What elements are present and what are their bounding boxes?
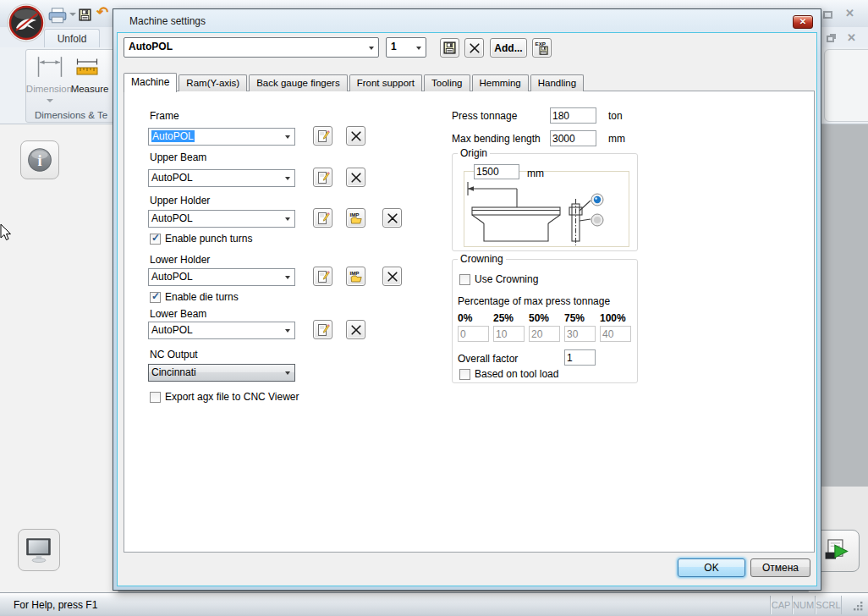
crowning-50-input[interactable] — [529, 326, 560, 342]
press-tonnage-input[interactable] — [550, 107, 596, 124]
lower-holder-label: Lower Holder — [150, 254, 210, 266]
origin-side-radio-bottom[interactable] — [591, 214, 603, 226]
delete-icon — [349, 129, 363, 143]
caps-lock-indicator: CAP — [770, 596, 791, 614]
close-icon[interactable]: ✕ — [845, 8, 854, 19]
upper-beam-label: Upper Beam — [150, 151, 206, 163]
dialog-close-button[interactable]: ✕ — [793, 15, 813, 29]
max-bending-length-input[interactable] — [550, 130, 596, 146]
dialog-title: Machine settings — [129, 15, 206, 27]
delete-icon — [386, 212, 399, 225]
undo-icon[interactable]: ↶ — [96, 3, 108, 21]
use-crowning-label: Use Crowning — [475, 273, 538, 285]
num-lock-indicator: NUM — [792, 596, 814, 614]
upper-holder-combo[interactable]: AutoPOL — [148, 210, 295, 228]
machine-select-combo[interactable]: AutoPOL — [124, 37, 379, 58]
save-machine-button[interactable] — [440, 38, 459, 58]
export-machine-button[interactable]: EXP — [532, 38, 552, 58]
crowning-25-input[interactable] — [493, 326, 525, 342]
press-tonnage-unit: ton — [608, 110, 623, 122]
ribbon-right-group — [824, 49, 868, 122]
tab-front-support[interactable]: Front support — [349, 74, 422, 91]
pct-0-label: 0% — [458, 312, 472, 324]
upper-beam-combo[interactable]: AutoPOL — [148, 169, 295, 187]
lower-beam-combo-value: AutoPOL — [149, 322, 281, 338]
edit-icon — [316, 270, 330, 283]
origin-distance-input[interactable] — [474, 164, 519, 179]
overall-factor-label: Overall factor — [458, 353, 518, 365]
delete-icon — [468, 41, 481, 55]
tab-hemming[interactable]: Hemming — [472, 74, 529, 91]
child-close-icon[interactable]: ✕ — [847, 32, 856, 44]
monitor-button[interactable] — [18, 529, 60, 571]
origin-side-radio-top[interactable] — [591, 194, 603, 206]
origin-group-label: Origin — [458, 147, 490, 159]
scroll-lock-indicator: SCRL — [815, 596, 842, 614]
machine-index-combo[interactable]: 1 — [386, 37, 426, 58]
frame-combo[interactable]: AutoPOL — [148, 128, 295, 146]
status-bar: For Help, press F1 CAP NUM SCRL — [0, 592, 868, 616]
tab-machine[interactable]: Machine — [124, 73, 177, 92]
tab-tooling[interactable]: Tooling — [424, 74, 470, 91]
info-button[interactable] — [20, 140, 59, 179]
checkbox-box — [459, 274, 470, 285]
delete-icon — [349, 323, 363, 337]
save-icon[interactable] — [78, 8, 92, 22]
checkbox-box — [150, 234, 161, 245]
upper-beam-delete-button[interactable] — [346, 168, 365, 187]
crowning-0-input[interactable] — [458, 326, 489, 342]
app-logo-icon[interactable] — [6, 3, 47, 43]
ok-button[interactable]: OK — [678, 558, 745, 577]
lower-holder-edit-button[interactable] — [313, 267, 332, 286]
printer-icon[interactable] — [47, 7, 68, 24]
frame-edit-button[interactable] — [313, 126, 332, 146]
origin-diagram — [464, 171, 629, 247]
dimension-dropdown-icon[interactable] — [47, 99, 53, 106]
crowning-75-input[interactable] — [564, 326, 596, 342]
upper-beam-edit-button[interactable] — [313, 168, 332, 187]
enable-punch-turns-checkbox[interactable]: Enable punch turns — [150, 233, 252, 245]
crowning-group: Crowning Use Crowning Percentage of max … — [452, 259, 638, 383]
add-machine-button[interactable]: Add... — [490, 38, 527, 58]
export-agx-label: Export agx file to CNC Viewer — [165, 391, 299, 403]
upper-beam-combo-value: AutoPOL — [149, 170, 281, 186]
frame-delete-button[interactable] — [346, 126, 365, 146]
upper-holder-delete-button[interactable] — [382, 208, 402, 228]
printer-dropdown-icon[interactable] — [69, 13, 76, 19]
enable-die-turns-label: Enable die turns — [165, 291, 239, 303]
use-crowning-checkbox[interactable]: Use Crowning — [459, 273, 538, 285]
machine-tab-page: Frame AutoPOL Upper Beam AutoPOL — [124, 91, 815, 553]
restore-button[interactable] — [827, 36, 834, 42]
lower-holder-delete-button[interactable] — [382, 267, 402, 286]
maximize-button[interactable] — [823, 11, 832, 19]
enable-die-turns-checkbox[interactable]: Enable die turns — [150, 291, 239, 303]
tab-handling[interactable]: Handling — [530, 74, 584, 91]
upper-holder-import-button[interactable]: IMP — [346, 208, 365, 228]
origin-group: Origin — [452, 153, 638, 251]
based-on-tool-load-checkbox[interactable]: Based on tool load — [459, 368, 558, 380]
frame-label: Frame — [150, 110, 179, 122]
delete-machine-button[interactable] — [464, 38, 484, 58]
crowning-100-input[interactable] — [600, 326, 631, 342]
upper-holder-edit-button[interactable] — [313, 208, 332, 228]
ribbon-tab-unfold[interactable]: Unfold — [44, 29, 100, 47]
checkbox-box — [150, 392, 161, 403]
tab-ram-y-axis[interactable]: Ram(Y-axis) — [179, 74, 247, 91]
lower-beam-combo[interactable]: AutoPOL — [148, 322, 295, 339]
lower-beam-edit-button[interactable] — [313, 320, 332, 339]
cancel-button[interactable]: Отмена — [750, 558, 810, 577]
lower-holder-import-button[interactable]: IMP — [346, 267, 365, 286]
overall-factor-input[interactable] — [564, 349, 596, 366]
chevron-down-icon — [281, 365, 294, 381]
measure-button[interactable]: Measure — [63, 84, 116, 94]
tab-strip: Machine Ram(Y-axis) Back gauge fingers F… — [124, 72, 585, 91]
chevron-down-icon — [281, 170, 294, 186]
resize-grip-icon[interactable] — [853, 601, 864, 612]
lower-beam-delete-button[interactable] — [346, 320, 365, 339]
export-agx-checkbox[interactable]: Export agx file to CNC Viewer — [150, 391, 299, 403]
chevron-down-icon — [281, 129, 294, 145]
nc-output-combo[interactable]: Cincinnati — [148, 364, 295, 382]
tab-back-gauge-fingers[interactable]: Back gauge fingers — [249, 74, 347, 91]
lower-holder-combo[interactable]: AutoPOL — [148, 268, 295, 286]
svg-text:IMP: IMP — [349, 270, 359, 276]
